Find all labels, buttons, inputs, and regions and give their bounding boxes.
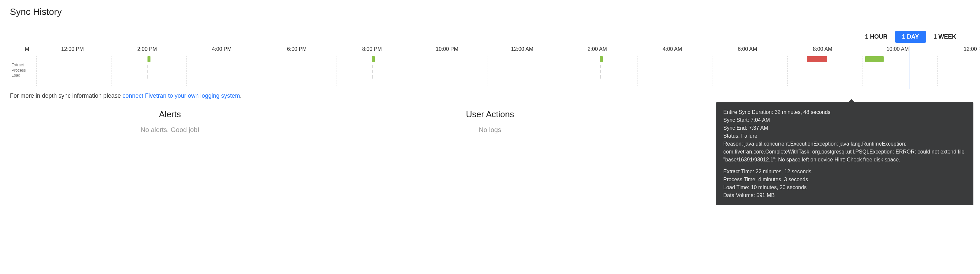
grid-line xyxy=(412,56,412,86)
sync-event-bar[interactable] xyxy=(865,56,884,62)
grid-line xyxy=(937,56,938,86)
sync-event-bar[interactable] xyxy=(148,56,150,62)
phase-tick xyxy=(600,70,601,73)
divider xyxy=(10,24,970,24)
sync-event-bar[interactable] xyxy=(600,56,603,62)
sync-event-bar[interactable] xyxy=(372,56,374,62)
xaxis-tick: 8:00 AM xyxy=(813,46,832,52)
xaxis: M12:00 PM2:00 PM4:00 PM6:00 PM8:00 PM10:… xyxy=(36,46,964,54)
helper-link[interactable]: connect Fivetran to your own logging sys… xyxy=(123,92,240,99)
user-actions-message: No logs xyxy=(330,126,650,134)
grid-line xyxy=(787,56,788,86)
xaxis-tick: 6:00 AM xyxy=(738,46,757,52)
chart-body[interactable] xyxy=(36,56,964,86)
xaxis-tick: 4:00 AM xyxy=(663,46,682,52)
xaxis-tick: 12:00 PM xyxy=(61,46,83,52)
phase-tick xyxy=(148,75,148,78)
alerts-title: Alerts xyxy=(10,109,330,119)
grid-line xyxy=(262,56,262,86)
tt-end-value: 7:37 AM xyxy=(749,125,768,131)
alerts-panel: Alerts No alerts. Good job! xyxy=(10,109,330,134)
user-actions-panel: User Actions No logs xyxy=(330,109,650,134)
xaxis-tick: M xyxy=(25,46,29,52)
xaxis-tick: 10:00 AM xyxy=(887,46,909,52)
grid-line xyxy=(337,56,337,86)
phase-tick xyxy=(148,65,148,68)
now-line xyxy=(909,46,909,89)
phase-tick xyxy=(372,70,372,73)
ylabel-extract: Extract xyxy=(11,63,26,68)
tt-end-label: Sync End: xyxy=(723,125,749,131)
range-tab-week[interactable]: 1 WEEK xyxy=(926,31,964,43)
phase-tick xyxy=(372,75,372,78)
grid-line xyxy=(712,56,713,86)
ylabel-load: Load xyxy=(11,73,26,78)
xaxis-tick: 2:00 AM xyxy=(588,46,607,52)
grid-line xyxy=(186,56,187,86)
sync-detail-tooltip: Entire Sync Duration: 32 minutes, 48 sec… xyxy=(716,102,974,140)
phase-tick xyxy=(600,65,601,68)
xaxis-tick: 4:00 PM xyxy=(212,46,232,52)
grid-line xyxy=(562,56,562,86)
grid-line xyxy=(487,56,487,86)
grid-line xyxy=(637,56,638,86)
range-tab-hour[interactable]: 1 HOUR xyxy=(858,31,895,43)
range-tab-day[interactable]: 1 DAY xyxy=(895,31,926,43)
tt-status-value: Failure xyxy=(741,133,757,139)
xaxis-tick: 12:00 AM xyxy=(511,46,533,52)
sync-event-bar[interactable] xyxy=(807,56,827,62)
helper-suffix: . xyxy=(240,92,242,99)
user-actions-title: User Actions xyxy=(330,109,650,119)
helper-prefix: For more in depth sync information pleas… xyxy=(10,92,123,99)
tt-start-value: 7:04 AM xyxy=(751,117,770,123)
phase-tick xyxy=(372,65,372,68)
ylabel-process: Process xyxy=(11,68,26,73)
page-title: Sync History xyxy=(10,6,970,17)
timeline-chart: M12:00 PM2:00 PM4:00 PM6:00 PM8:00 PM10:… xyxy=(10,46,970,86)
xaxis-tick: 2:00 PM xyxy=(137,46,157,52)
helper-text: For more in depth sync information pleas… xyxy=(10,92,970,99)
tt-start-label: Sync Start: xyxy=(723,117,751,123)
tt-duration-label: Entire Sync Duration: xyxy=(723,109,775,115)
phase-tick xyxy=(600,75,601,78)
y-axis-labels: Extract Process Load xyxy=(11,63,26,78)
alerts-message: No alerts. Good job! xyxy=(10,126,330,134)
tt-status-label: Status: xyxy=(723,133,741,139)
xaxis-tick: 6:00 PM xyxy=(287,46,307,52)
time-range-tabs: 1 HOUR 1 DAY 1 WEEK xyxy=(10,31,970,43)
xaxis-tick: 10:00 PM xyxy=(436,46,458,52)
xaxis-tick: 8:00 PM xyxy=(362,46,382,52)
grid-line xyxy=(36,56,37,86)
grid-line xyxy=(111,56,112,86)
phase-tick xyxy=(148,70,148,73)
grid-line xyxy=(862,56,863,86)
tt-duration-value: 32 minutes, 48 seconds xyxy=(775,109,830,115)
xaxis-tick: 12:00 P xyxy=(964,46,980,52)
